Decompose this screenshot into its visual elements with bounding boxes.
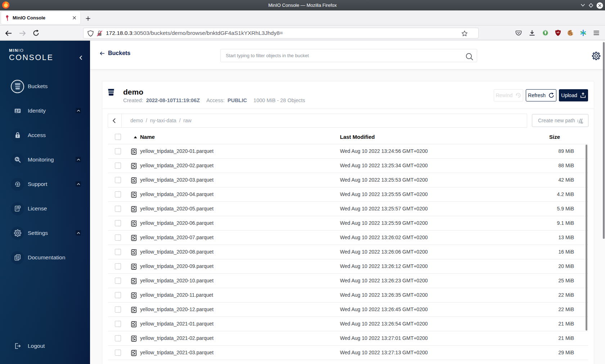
svg-text:uO: uO xyxy=(557,31,560,33)
